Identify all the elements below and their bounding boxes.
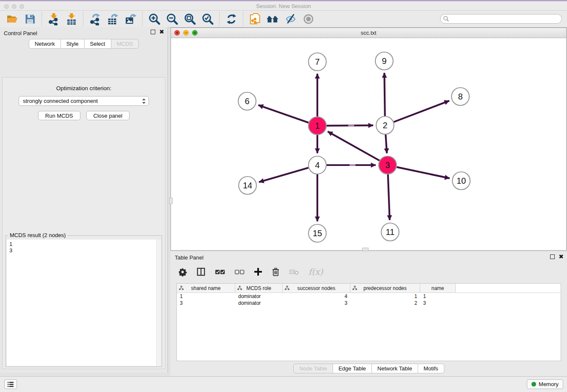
tab-motifs[interactable]: Motifs xyxy=(418,364,444,373)
table-cell[interactable]: 3 xyxy=(420,300,456,306)
column-header-predecessor-nodes[interactable]: predecessor nodes xyxy=(350,284,420,293)
zoom-out-button[interactable] xyxy=(163,12,181,26)
tab-network-table[interactable]: Network Table xyxy=(372,364,418,373)
table-cell[interactable]: 1 xyxy=(350,293,420,299)
tab-select[interactable]: Select xyxy=(84,39,111,49)
tab-mcds[interactable]: MCDS xyxy=(111,39,139,49)
table-cell[interactable]: 2 xyxy=(350,300,420,306)
control-panel-tabs: NetworkStyleSelectMCDS xyxy=(0,39,168,49)
open-file-button[interactable] xyxy=(3,12,21,26)
table-toolbar: f(x) xyxy=(171,263,567,280)
tab-node-table[interactable]: Node Table xyxy=(293,364,333,373)
zoom-out-icon xyxy=(166,13,179,25)
zoom-fit-button[interactable] xyxy=(181,12,199,26)
table-cell[interactable]: dominator xyxy=(235,300,283,306)
attribute-icon xyxy=(285,286,289,290)
column-header-MCDS-role[interactable]: MCDS role xyxy=(235,284,283,293)
graph-edge-3-10[interactable] xyxy=(397,167,450,179)
float-table-panel-icon[interactable] xyxy=(550,254,555,259)
table-cell[interactable]: 1 xyxy=(420,293,456,299)
split-view-button[interactable] xyxy=(196,267,206,276)
tab-style[interactable]: Style xyxy=(61,39,85,49)
hide-details-icon xyxy=(284,13,297,25)
table-cell[interactable]: 1 xyxy=(177,293,235,299)
delete-table-button[interactable] xyxy=(289,268,299,276)
graph-edge-3-11[interactable] xyxy=(388,174,390,220)
search-input[interactable] xyxy=(449,15,559,22)
table-cell[interactable]: 3 xyxy=(283,300,350,306)
table-cell[interactable]: 4 xyxy=(283,293,350,299)
select-all-button[interactable] xyxy=(215,268,225,275)
attribute-icon xyxy=(352,286,357,290)
graph-edge-4-14[interactable] xyxy=(259,168,308,182)
list-icon xyxy=(7,381,14,387)
gear-button[interactable] xyxy=(178,268,187,276)
clone-network-button[interactable] xyxy=(246,12,264,26)
column-header-name[interactable]: name xyxy=(420,284,456,293)
memory-label: Memory xyxy=(539,381,559,387)
deselect-all-button[interactable] xyxy=(234,268,245,275)
home-icon xyxy=(266,13,280,25)
add-column-icon xyxy=(254,268,262,276)
tab-edge-table[interactable]: Edge Table xyxy=(333,364,372,373)
zoom-selected-button[interactable] xyxy=(199,12,217,26)
import-network-button[interactable] xyxy=(45,12,63,26)
result-scrollbar[interactable] xyxy=(156,240,161,366)
graph-edge-3-1[interactable] xyxy=(328,132,379,161)
select-all-icon xyxy=(215,268,225,275)
criterion-value: strongly connected component xyxy=(23,98,142,104)
table-row[interactable]: 1dominator411 xyxy=(177,293,561,300)
graph-edge-2-9[interactable] xyxy=(384,73,385,116)
run-mcds-button[interactable]: Run MCDS xyxy=(38,111,80,120)
mcds-result-text[interactable]: 1 3 xyxy=(7,240,157,366)
save-session-button[interactable] xyxy=(21,12,39,26)
network-graph[interactable]: 1234678910111415 xyxy=(171,38,566,250)
close-table-panel-icon[interactable]: ✖ xyxy=(559,254,564,259)
tab-network[interactable]: Network xyxy=(29,39,61,49)
task-history-button[interactable] xyxy=(4,379,17,389)
table-row[interactable]: 3dominator323 xyxy=(177,300,561,306)
graph-node-label: 9 xyxy=(382,56,386,66)
splitter-handle-vertical[interactable] xyxy=(169,198,173,204)
toolbar-separator xyxy=(142,12,143,26)
function-builder-button[interactable]: f(x) xyxy=(308,267,323,277)
toolbar-separator xyxy=(243,12,244,26)
control-panel-title: Control Panel xyxy=(4,30,37,36)
column-header-successor-nodes[interactable]: successor nodes xyxy=(283,284,350,293)
network-canvas[interactable]: 1234678910111415 xyxy=(171,38,566,250)
search-field[interactable] xyxy=(440,14,562,24)
home-button[interactable] xyxy=(264,12,282,26)
attribute-icon xyxy=(237,286,242,290)
search-icon xyxy=(443,16,449,22)
graph-edge-1-6[interactable] xyxy=(258,105,308,123)
deselect-all-icon xyxy=(234,268,245,275)
delete-column-button[interactable] xyxy=(272,268,280,276)
close-panel-icon[interactable]: ✖ xyxy=(159,30,164,34)
import-table-button[interactable] xyxy=(63,12,80,26)
graph-node-label: 11 xyxy=(386,227,395,237)
table-cell[interactable]: dominator xyxy=(235,293,283,299)
float-panel-icon[interactable] xyxy=(151,30,155,34)
graph-edge-2-8[interactable] xyxy=(394,101,449,122)
network-window-titlebar[interactable]: × − + scc.txt xyxy=(171,28,566,38)
export-image-button[interactable] xyxy=(122,12,140,26)
column-header-shared-name[interactable]: shared name xyxy=(177,284,235,293)
memory-button[interactable]: Memory xyxy=(527,379,563,389)
zoom-in-button[interactable] xyxy=(146,12,163,26)
refresh-button[interactable] xyxy=(223,12,240,26)
save-session-icon xyxy=(24,13,36,25)
window-titlebar: Session: New Session xyxy=(0,0,567,11)
close-panel-button[interactable]: Close panel xyxy=(86,111,130,120)
export-table-button[interactable] xyxy=(104,12,122,26)
export-network-button[interactable] xyxy=(86,12,104,26)
graph-node-label: 7 xyxy=(315,57,319,66)
network-view-window: × − + scc.txt 1234678910111415 xyxy=(171,28,567,251)
show-details-button[interactable] xyxy=(300,12,317,26)
graph-edge-2-3[interactable] xyxy=(385,135,387,153)
add-column-button[interactable] xyxy=(254,268,262,276)
hide-details-button[interactable] xyxy=(282,12,300,26)
table-cell[interactable]: 3 xyxy=(177,300,235,306)
node-table[interactable]: shared nameMCDS rolesuccessor nodesprede… xyxy=(176,283,561,361)
criterion-dropdown[interactable]: strongly connected component xyxy=(19,96,149,106)
splitter-handle-horizontal[interactable] xyxy=(362,248,369,251)
